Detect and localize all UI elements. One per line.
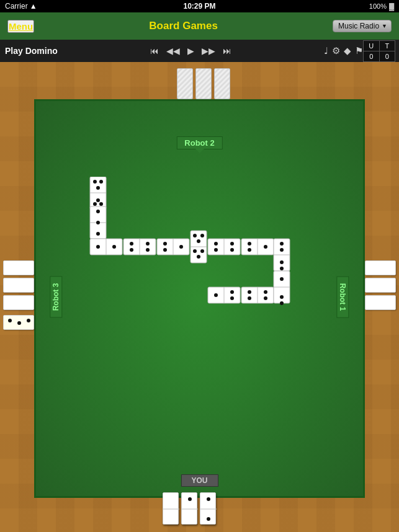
you-label: YOU (181, 474, 218, 487)
svg-point-69 (280, 277, 284, 281)
robot3-pips (4, 316, 35, 330)
svg-point-15 (96, 232, 100, 236)
svg-point-10 (99, 202, 103, 206)
svg-point-58 (214, 293, 218, 297)
svg-point-25 (146, 248, 150, 252)
rewind-button[interactable]: ◀◀ (164, 45, 182, 57)
music-icon[interactable]: ♩ (324, 45, 328, 56)
svg-point-70 (280, 295, 284, 299)
board-games-title: Board Games (149, 20, 218, 32)
music-radio-label: Music Radio (338, 22, 379, 30)
svg-point-33 (193, 234, 197, 237)
player-tile-3[interactable] (200, 492, 216, 525)
svg-point-36 (193, 249, 197, 253)
svg-point-5 (93, 180, 97, 184)
robot2-tile-2 (195, 68, 212, 99)
time-display: 10:29 PM (183, 2, 215, 11)
play-button[interactable]: ▶ (185, 45, 197, 57)
game-title: Play Domino (5, 46, 58, 56)
nav-bar: Menu Board Games Music Radio (0, 12, 399, 40)
scoreboard: U T 0 0 (363, 40, 395, 62)
game-area: Robot 2 Robot 3 Robot 1 (0, 62, 399, 532)
svg-point-52 (280, 242, 284, 246)
battery-icon: ▓ (389, 2, 394, 10)
skip-back-button[interactable]: ⏮ (148, 45, 161, 57)
svg-point-18 (96, 245, 100, 249)
svg-point-55 (280, 267, 284, 270)
svg-point-48 (248, 248, 251, 252)
score-values: 0 0 (364, 51, 395, 61)
svg-point-63 (248, 290, 251, 294)
battery-info: 100% ▓ (369, 2, 394, 10)
svg-point-54 (280, 260, 284, 264)
svg-point-13 (96, 210, 100, 213)
svg-point-34 (200, 234, 204, 237)
svg-point-22 (130, 242, 133, 246)
robot3-label: Robot 3 (50, 277, 62, 318)
svg-point-64 (248, 296, 251, 300)
battery-level: 100% (369, 2, 387, 10)
svg-point-0 (8, 319, 12, 322)
flag-icon[interactable]: ⚑ (355, 45, 363, 56)
score-t-label: T (380, 41, 395, 51)
svg-point-8 (96, 198, 100, 202)
player-tile-2[interactable] (181, 492, 197, 525)
svg-point-37 (200, 249, 204, 253)
robot1-tile-2 (365, 278, 396, 293)
svg-point-19 (112, 245, 116, 249)
domino-chain (53, 177, 320, 350)
robot1-tile-1 (365, 260, 396, 275)
svg-point-74 (188, 497, 192, 501)
robot3-tile-special (3, 315, 34, 330)
toolbar: Play Domino ⏮ ◀◀ ▶ ▶▶ ⏭ ♩ ⚙ ◆ ⚑ ℹ ◎ ★ (0, 40, 399, 62)
status-bar: Carrier ▲ 10:29 PM 100% ▓ (0, 0, 399, 12)
robot3-tile-3 (3, 295, 34, 310)
svg-point-60 (230, 296, 234, 300)
signal-icon: ▲ (30, 2, 37, 11)
svg-point-47 (248, 242, 251, 246)
settings-icon[interactable]: ⚙ (332, 45, 340, 56)
robot3-tile-2 (3, 278, 34, 293)
svg-point-59 (230, 290, 234, 294)
fast-forward-button[interactable]: ▶▶ (199, 45, 218, 57)
svg-point-53 (280, 248, 284, 252)
score-u-label: U (364, 41, 380, 51)
playback-controls: ⏮ ◀◀ ▶ ▶▶ ⏭ (148, 45, 234, 57)
menu-button[interactable]: Menu (7, 20, 34, 33)
robot2-label: Robot 2 (176, 136, 222, 149)
svg-point-76 (207, 497, 210, 501)
robot1-tile-3 (365, 295, 396, 310)
robot3-tile-1 (3, 260, 34, 275)
svg-point-44 (230, 248, 234, 252)
svg-point-77 (207, 517, 210, 521)
skip-forward-button[interactable]: ⏭ (220, 45, 234, 57)
svg-point-2 (27, 319, 30, 322)
svg-point-71 (280, 301, 284, 305)
svg-point-6 (99, 180, 103, 184)
music-radio-dropdown[interactable]: Music Radio (333, 20, 392, 32)
robot2-tile-3 (214, 68, 230, 99)
svg-point-1 (17, 321, 21, 325)
svg-point-7 (96, 186, 100, 190)
svg-point-23 (130, 248, 133, 252)
svg-point-38 (197, 255, 200, 259)
score-header: U T (364, 41, 395, 51)
svg-point-35 (197, 239, 200, 243)
svg-point-14 (96, 221, 100, 224)
diamond-icon[interactable]: ◆ (344, 45, 351, 56)
score-u-value: 0 (364, 51, 380, 61)
svg-point-66 (264, 296, 267, 300)
carrier-info: Carrier ▲ (5, 2, 37, 11)
svg-point-43 (230, 242, 234, 246)
svg-point-41 (214, 242, 218, 246)
svg-point-29 (163, 248, 167, 252)
robot1-label: Robot 1 (337, 277, 349, 318)
svg-point-65 (264, 290, 267, 294)
carrier-label: Carrier (5, 2, 28, 11)
svg-point-30 (179, 245, 183, 249)
svg-point-49 (264, 245, 267, 249)
player-tile-1[interactable] (163, 492, 179, 525)
svg-point-9 (93, 202, 97, 206)
svg-point-28 (163, 242, 167, 246)
svg-point-42 (214, 248, 218, 252)
